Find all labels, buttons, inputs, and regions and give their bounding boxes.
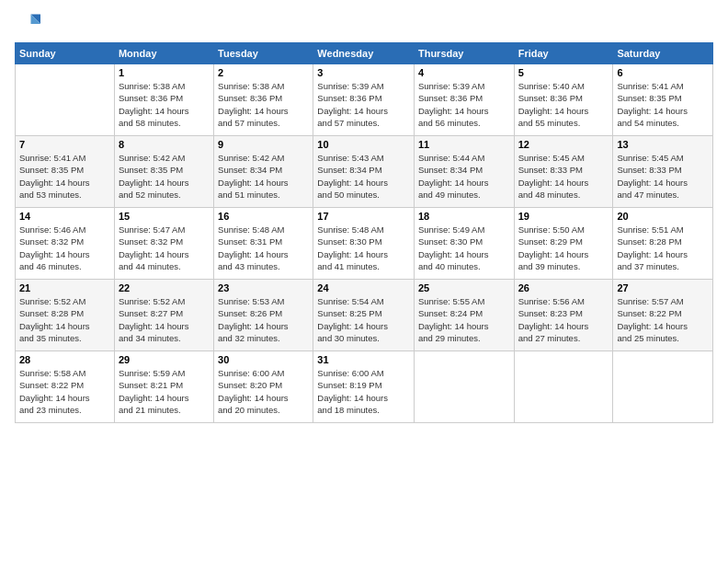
day-info: Sunrise: 5:43 AM Sunset: 8:34 PM Dayligh… xyxy=(317,152,410,201)
day-info: Sunrise: 5:51 AM Sunset: 8:28 PM Dayligh… xyxy=(617,224,709,272)
day-info: Sunrise: 5:41 AM Sunset: 8:35 PM Dayligh… xyxy=(617,80,709,129)
day-number: 20 xyxy=(617,211,709,222)
calendar-cell: 3Sunrise: 5:39 AM Sunset: 8:36 PM Daylig… xyxy=(313,64,415,136)
calendar-cell: 12Sunrise: 5:45 AM Sunset: 8:33 PM Dayli… xyxy=(514,136,613,208)
day-number: 27 xyxy=(617,282,709,293)
day-number: 16 xyxy=(218,211,309,222)
day-number: 23 xyxy=(218,282,309,293)
day-info: Sunrise: 5:49 AM Sunset: 8:30 PM Dayligh… xyxy=(418,224,510,272)
day-number: 19 xyxy=(518,211,609,222)
day-number: 18 xyxy=(418,211,510,222)
day-number: 26 xyxy=(518,282,609,293)
day-number: 8 xyxy=(119,139,210,150)
day-number: 10 xyxy=(317,139,410,150)
calendar-cell: 9Sunrise: 5:42 AM Sunset: 8:34 PM Daylig… xyxy=(214,136,313,208)
calendar-week-row: 7Sunrise: 5:41 AM Sunset: 8:35 PM Daylig… xyxy=(16,136,713,208)
calendar-cell: 30Sunrise: 6:00 AM Sunset: 8:20 PM Dayli… xyxy=(214,351,313,423)
day-info: Sunrise: 5:48 AM Sunset: 8:30 PM Dayligh… xyxy=(317,224,410,272)
day-info: Sunrise: 5:42 AM Sunset: 8:35 PM Dayligh… xyxy=(119,152,210,201)
day-number: 9 xyxy=(218,139,309,150)
day-info: Sunrise: 5:58 AM Sunset: 8:22 PM Dayligh… xyxy=(19,367,110,416)
calendar-week-row: 1Sunrise: 5:38 AM Sunset: 8:36 PM Daylig… xyxy=(16,64,713,136)
day-number: 29 xyxy=(119,354,210,365)
day-info: Sunrise: 5:46 AM Sunset: 8:32 PM Dayligh… xyxy=(19,224,110,272)
day-number: 12 xyxy=(518,139,609,150)
day-number: 21 xyxy=(19,282,110,293)
page: SundayMondayTuesdayWednesdayThursdayFrid… xyxy=(0,0,728,563)
calendar-cell: 6Sunrise: 5:41 AM Sunset: 8:35 PM Daylig… xyxy=(613,64,713,136)
day-number: 31 xyxy=(317,354,410,365)
calendar-cell: 25Sunrise: 5:55 AM Sunset: 8:24 PM Dayli… xyxy=(414,280,514,351)
day-info: Sunrise: 5:57 AM Sunset: 8:22 PM Dayligh… xyxy=(617,295,709,344)
day-info: Sunrise: 5:52 AM Sunset: 8:28 PM Dayligh… xyxy=(19,295,110,344)
day-info: Sunrise: 5:44 AM Sunset: 8:34 PM Dayligh… xyxy=(418,152,510,201)
calendar-header-row: SundayMondayTuesdayWednesdayThursdayFrid… xyxy=(16,43,713,64)
day-number: 7 xyxy=(19,139,110,150)
day-info: Sunrise: 5:54 AM Sunset: 8:25 PM Dayligh… xyxy=(317,295,410,344)
day-info: Sunrise: 5:59 AM Sunset: 8:21 PM Dayligh… xyxy=(119,367,210,416)
calendar-cell: 1Sunrise: 5:38 AM Sunset: 8:36 PM Daylig… xyxy=(114,64,213,136)
day-number: 22 xyxy=(119,282,210,293)
calendar-day-header: Tuesday xyxy=(214,43,313,64)
day-number: 17 xyxy=(317,211,410,222)
calendar-cell: 2Sunrise: 5:38 AM Sunset: 8:36 PM Daylig… xyxy=(214,64,313,136)
calendar-cell: 11Sunrise: 5:44 AM Sunset: 8:34 PM Dayli… xyxy=(414,136,514,208)
calendar-cell xyxy=(514,351,613,423)
day-info: Sunrise: 5:45 AM Sunset: 8:33 PM Dayligh… xyxy=(518,152,609,201)
calendar-cell: 5Sunrise: 5:40 AM Sunset: 8:36 PM Daylig… xyxy=(514,64,613,136)
calendar-cell: 8Sunrise: 5:42 AM Sunset: 8:35 PM Daylig… xyxy=(114,136,213,208)
calendar-cell: 15Sunrise: 5:47 AM Sunset: 8:32 PM Dayli… xyxy=(114,208,213,280)
day-number: 1 xyxy=(119,67,210,78)
day-number: 25 xyxy=(418,282,510,293)
calendar-cell: 28Sunrise: 5:58 AM Sunset: 8:22 PM Dayli… xyxy=(16,351,115,423)
day-info: Sunrise: 5:52 AM Sunset: 8:27 PM Dayligh… xyxy=(119,295,210,344)
day-info: Sunrise: 5:38 AM Sunset: 8:36 PM Dayligh… xyxy=(119,80,210,129)
calendar-cell: 21Sunrise: 5:52 AM Sunset: 8:28 PM Dayli… xyxy=(16,280,115,351)
calendar-week-row: 21Sunrise: 5:52 AM Sunset: 8:28 PM Dayli… xyxy=(16,280,713,351)
day-info: Sunrise: 5:50 AM Sunset: 8:29 PM Dayligh… xyxy=(518,224,609,272)
calendar-cell: 24Sunrise: 5:54 AM Sunset: 8:25 PM Dayli… xyxy=(313,280,415,351)
calendar-cell xyxy=(414,351,514,423)
calendar-cell xyxy=(613,351,713,423)
day-number: 15 xyxy=(119,211,210,222)
day-info: Sunrise: 5:42 AM Sunset: 8:34 PM Dayligh… xyxy=(218,152,309,201)
logo-icon xyxy=(15,11,40,37)
calendar-cell: 10Sunrise: 5:43 AM Sunset: 8:34 PM Dayli… xyxy=(313,136,415,208)
calendar-cell: 20Sunrise: 5:51 AM Sunset: 8:28 PM Dayli… xyxy=(613,208,713,280)
calendar-day-header: Saturday xyxy=(613,43,713,64)
calendar-table: SundayMondayTuesdayWednesdayThursdayFrid… xyxy=(15,42,713,423)
day-number: 14 xyxy=(19,211,110,222)
day-number: 4 xyxy=(418,67,510,78)
calendar-cell: 18Sunrise: 5:49 AM Sunset: 8:30 PM Dayli… xyxy=(414,208,514,280)
day-number: 6 xyxy=(617,67,709,78)
calendar-cell: 22Sunrise: 5:52 AM Sunset: 8:27 PM Dayli… xyxy=(114,280,213,351)
day-info: Sunrise: 5:55 AM Sunset: 8:24 PM Dayligh… xyxy=(418,295,510,344)
calendar-day-header: Thursday xyxy=(414,43,514,64)
day-number: 5 xyxy=(518,67,609,78)
day-info: Sunrise: 5:56 AM Sunset: 8:23 PM Dayligh… xyxy=(518,295,609,344)
day-number: 3 xyxy=(317,67,410,78)
day-info: Sunrise: 5:38 AM Sunset: 8:36 PM Dayligh… xyxy=(218,80,309,129)
calendar-cell: 23Sunrise: 5:53 AM Sunset: 8:26 PM Dayli… xyxy=(214,280,313,351)
calendar-day-header: Sunday xyxy=(16,43,115,64)
calendar-cell xyxy=(16,64,115,136)
calendar-cell: 31Sunrise: 6:00 AM Sunset: 8:19 PM Dayli… xyxy=(313,351,415,423)
day-info: Sunrise: 5:53 AM Sunset: 8:26 PM Dayligh… xyxy=(218,295,309,344)
day-number: 28 xyxy=(19,354,110,365)
day-info: Sunrise: 6:00 AM Sunset: 8:20 PM Dayligh… xyxy=(218,367,309,416)
calendar-cell: 27Sunrise: 5:57 AM Sunset: 8:22 PM Dayli… xyxy=(613,280,713,351)
logo xyxy=(15,11,44,37)
day-info: Sunrise: 5:41 AM Sunset: 8:35 PM Dayligh… xyxy=(19,152,110,201)
calendar-day-header: Friday xyxy=(514,43,613,64)
calendar-cell: 26Sunrise: 5:56 AM Sunset: 8:23 PM Dayli… xyxy=(514,280,613,351)
day-number: 24 xyxy=(317,282,410,293)
header xyxy=(15,11,713,37)
day-info: Sunrise: 6:00 AM Sunset: 8:19 PM Dayligh… xyxy=(317,367,410,416)
calendar-cell: 14Sunrise: 5:46 AM Sunset: 8:32 PM Dayli… xyxy=(16,208,115,280)
calendar-cell: 17Sunrise: 5:48 AM Sunset: 8:30 PM Dayli… xyxy=(313,208,415,280)
day-number: 30 xyxy=(218,354,309,365)
day-info: Sunrise: 5:47 AM Sunset: 8:32 PM Dayligh… xyxy=(119,224,210,272)
calendar-cell: 16Sunrise: 5:48 AM Sunset: 8:31 PM Dayli… xyxy=(214,208,313,280)
day-number: 11 xyxy=(418,139,510,150)
day-number: 13 xyxy=(617,139,709,150)
